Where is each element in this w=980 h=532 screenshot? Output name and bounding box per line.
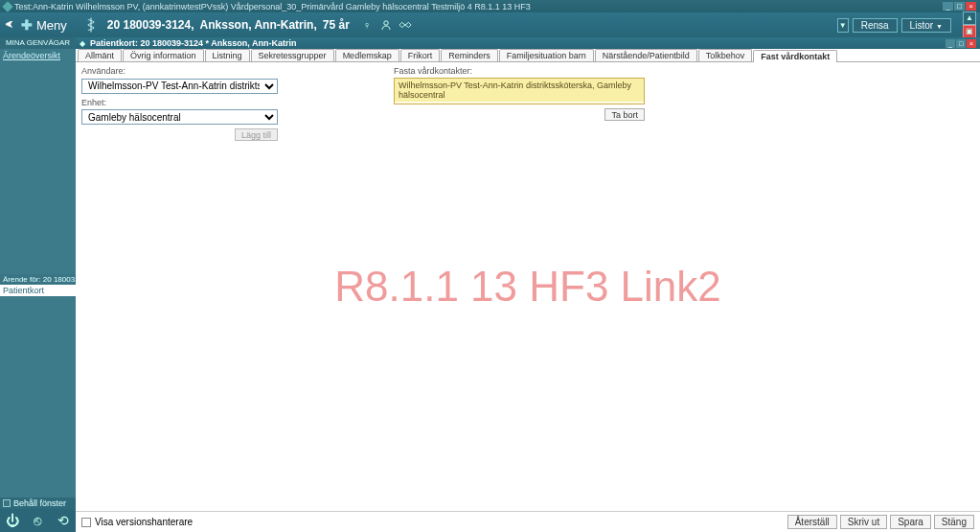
sidebar-active-item[interactable]: Patientkort bbox=[0, 285, 76, 296]
app-header: ⮜ ✚ Meny 20 180039-3124, Anksson, Ann-Ka… bbox=[0, 12, 980, 37]
collapse-sidebar-button[interactable]: ⮜ bbox=[4, 20, 13, 30]
watermark: R8.1.1 13 HF3 Link2 bbox=[334, 263, 721, 311]
panel-maximize-button[interactable]: □ bbox=[956, 39, 966, 48]
tab-reminders[interactable]: Reminders bbox=[441, 49, 498, 61]
tab-n-rst-ende-patientbild[interactable]: Närstående/Patientbild bbox=[595, 49, 697, 61]
plus-icon[interactable]: ✚ bbox=[21, 17, 33, 33]
female-icon[interactable]: ♀ bbox=[360, 18, 374, 32]
diamond-icon: ◆ bbox=[80, 39, 87, 47]
behall-checkbox[interactable] bbox=[3, 499, 11, 507]
sync-icon[interactable]: ⟲ bbox=[55, 512, 72, 529]
enhet-label: Enhet: bbox=[81, 98, 283, 107]
sidebar-recent-item[interactable]: Ärende för: 20 18003... bbox=[0, 274, 76, 285]
sub-header-title: Patientkort: 20 180039-3124 * Anksson, A… bbox=[90, 38, 296, 48]
footer-bar: Visa versionshanterare Återställ Skriv u… bbox=[76, 511, 980, 532]
person-icon[interactable] bbox=[379, 18, 393, 32]
menu-button[interactable]: Meny bbox=[36, 18, 67, 33]
sidebar-header: MINA GENVÄGAR bbox=[0, 37, 76, 49]
patient-age: 75 år bbox=[323, 18, 350, 32]
tab-frikort[interactable]: Frikort bbox=[400, 49, 441, 61]
window-title: Test:Ann-Katrin Wilhelmsson PV, (annkatr… bbox=[14, 2, 531, 12]
minimize-button[interactable]: _ bbox=[943, 2, 953, 11]
tab-medlemskap[interactable]: Medlemskap bbox=[335, 49, 399, 61]
svg-point-0 bbox=[384, 21, 388, 25]
behall-fonster-row: Behåll fönster bbox=[0, 497, 76, 509]
power-icon[interactable]: ⏻ bbox=[4, 512, 21, 529]
patient-id: 20 180039-3124, bbox=[107, 18, 194, 32]
skriv-ut-button[interactable]: Skriv ut bbox=[840, 515, 887, 529]
sidebar-footer: ⏻ ⎋ ⟲ bbox=[0, 509, 76, 532]
user-account-button[interactable]: ▲ bbox=[963, 12, 976, 25]
fasta-listbox[interactable]: Wilhelmsson-PV Test-Ann-Katrin distrikts… bbox=[394, 78, 645, 104]
tab-content: Användare: Wilhelmsson-PV Test-Ann-Katri… bbox=[76, 62, 980, 511]
app-icon bbox=[2, 1, 12, 12]
maximize-button[interactable]: □ bbox=[954, 2, 965, 11]
chevron-down-icon: ▼ bbox=[936, 23, 943, 30]
anvandare-label: Användare: bbox=[81, 66, 283, 76]
rensa-button[interactable]: Rensa bbox=[853, 18, 898, 33]
stang-button[interactable]: Stäng bbox=[934, 515, 974, 529]
patient-name: Anksson, Ann-Katrin, bbox=[200, 18, 317, 32]
lagg-till-button: Lägg till bbox=[235, 128, 278, 141]
staff-of-asclepius-icon bbox=[80, 16, 102, 34]
tab-allm-nt[interactable]: Allmänt bbox=[78, 49, 122, 61]
panel-close-button[interactable]: × bbox=[967, 39, 976, 48]
fasta-row-selected[interactable]: Wilhelmsson-PV Test-Ann-Katrin distrikts… bbox=[395, 79, 644, 102]
handshake-icon[interactable] bbox=[399, 18, 412, 32]
close-button[interactable]: × bbox=[966, 2, 976, 11]
sub-header: ◆ Patientkort: 20 180039-3124 * Anksson,… bbox=[76, 37, 980, 49]
titlebar: Test:Ann-Katrin Wilhelmsson PV, (annkatr… bbox=[0, 0, 980, 12]
dropdown-indicator-button[interactable]: ▼ bbox=[837, 18, 849, 33]
ta-bort-button[interactable]: Ta bort bbox=[604, 108, 645, 121]
anvandare-select[interactable]: Wilhelmsson-PV Test-Ann-Katrin distrikts… bbox=[81, 79, 278, 94]
visa-version-label: Visa versionshanterare bbox=[95, 517, 193, 527]
aterstall-button[interactable]: Återställ bbox=[787, 515, 837, 529]
behall-label: Behåll fönster bbox=[13, 498, 66, 508]
panel-minimize-button[interactable]: _ bbox=[946, 39, 955, 48]
logout-icon[interactable]: ⎋ bbox=[29, 512, 46, 529]
tab-familjesituation-barn[interactable]: Familjesituation barn bbox=[499, 49, 594, 61]
tab-fast-v-rdkontakt[interactable]: Fast vårdkontakt bbox=[753, 50, 837, 62]
sidebar: MINA GENVÄGAR Ärendeöversikt Ärende för:… bbox=[0, 37, 76, 532]
enhet-select[interactable]: Gamleby hälsocentral bbox=[81, 109, 278, 125]
spara-button[interactable]: Spara bbox=[890, 515, 931, 529]
tab-listning[interactable]: Listning bbox=[205, 49, 250, 61]
sidebar-link-arendeoversikt[interactable]: Ärendeöversikt bbox=[0, 49, 76, 62]
tab-tolkbehov[interactable]: Tolkbehov bbox=[698, 49, 753, 61]
main-panel: ◆ Patientkort: 20 180039-3124 * Anksson,… bbox=[76, 37, 980, 532]
tab--vrig-information[interactable]: Övrig information bbox=[123, 49, 204, 61]
tab-bar: AllmäntÖvrig informationListningSekretes… bbox=[76, 49, 980, 62]
listor-button[interactable]: Listor▼ bbox=[901, 18, 951, 33]
alert-button[interactable]: ▣ bbox=[963, 25, 976, 38]
visa-version-checkbox[interactable] bbox=[81, 518, 91, 527]
tab-sekretessgrupper[interactable]: Sekretessgrupper bbox=[251, 49, 334, 61]
fasta-label: Fasta vårdkontakter: bbox=[394, 66, 645, 76]
